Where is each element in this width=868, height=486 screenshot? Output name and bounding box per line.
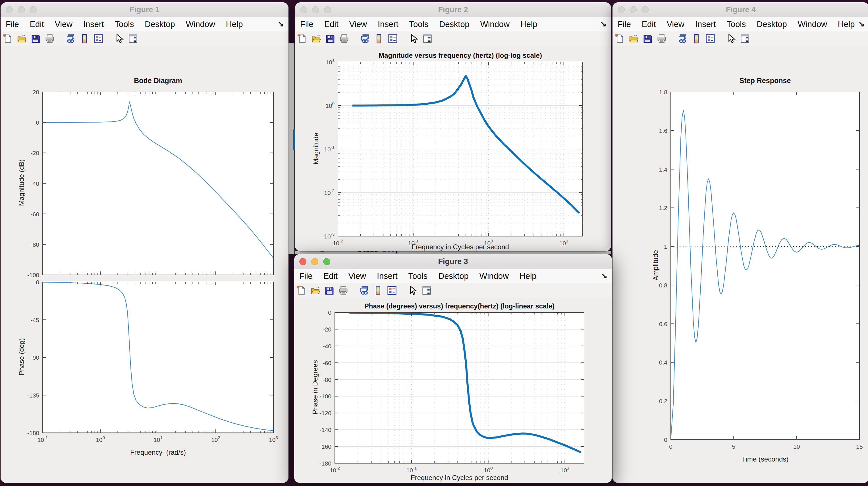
open-file-icon[interactable] <box>311 34 321 44</box>
minimize-button[interactable] <box>311 258 318 265</box>
edit-plot-pointer-icon[interactable] <box>114 34 124 44</box>
menu-item-tools[interactable]: Tools <box>727 20 746 29</box>
svg-text:10-2: 10-2 <box>330 465 340 474</box>
minimize-button[interactable] <box>312 6 319 13</box>
menu-item-window[interactable]: Window <box>186 20 215 29</box>
menu-item-desktop[interactable]: Desktop <box>145 20 175 29</box>
edit-plot-pointer-icon[interactable] <box>408 34 418 44</box>
print-figure-icon[interactable] <box>339 34 349 44</box>
zoom-button[interactable] <box>642 6 649 13</box>
menu-item-file[interactable]: File <box>6 20 19 29</box>
zoom-button[interactable] <box>324 6 331 13</box>
property-editor-icon[interactable] <box>740 34 750 44</box>
x-axis-label: Frequency in Cycles per second <box>335 474 584 482</box>
menu-item-window[interactable]: Window <box>798 20 827 29</box>
menu-item-tools[interactable]: Tools <box>115 20 134 29</box>
new-figure-icon[interactable] <box>297 34 308 44</box>
open-file-icon[interactable] <box>629 34 639 44</box>
new-figure-icon[interactable] <box>3 34 13 44</box>
svg-text:15: 15 <box>856 443 863 450</box>
menu-item-insert[interactable]: Insert <box>695 20 716 29</box>
step-response-plot: 05101500.20.40.60.811.21.41.61.8 <box>613 46 868 483</box>
menu-item-insert[interactable]: Insert <box>83 20 104 29</box>
insert-colorbar-icon[interactable] <box>374 34 384 44</box>
menu-item-tools[interactable]: Tools <box>408 271 428 281</box>
minimize-button[interactable] <box>629 6 637 13</box>
menu-overflow-icon[interactable]: ↘ <box>278 20 284 28</box>
insert-colorbar-icon[interactable] <box>691 34 702 44</box>
save-figure-icon[interactable] <box>324 285 335 296</box>
menu-item-view[interactable]: View <box>55 20 72 29</box>
svg-text:102: 102 <box>211 435 220 443</box>
menu-overflow-icon[interactable]: ↘ <box>858 20 865 28</box>
save-figure-icon[interactable] <box>643 34 653 44</box>
menu-item-file[interactable]: File <box>618 20 631 29</box>
menu-item-edit[interactable]: Edit <box>324 20 339 29</box>
svg-text:100: 100 <box>484 465 493 474</box>
menu-item-help[interactable]: Help <box>520 20 537 29</box>
insert-legend-icon[interactable] <box>93 34 103 44</box>
insert-legend-icon[interactable] <box>387 285 397 296</box>
menu-item-desktop[interactable]: Desktop <box>438 271 468 281</box>
menu-overflow-icon[interactable]: ↘ <box>600 20 607 28</box>
zoom-button[interactable] <box>323 258 330 265</box>
link-plot-icon[interactable] <box>359 285 369 296</box>
property-editor-icon[interactable] <box>422 34 433 44</box>
menu-item-insert[interactable]: Insert <box>377 271 398 281</box>
save-figure-icon[interactable] <box>325 34 335 44</box>
titlebar[interactable]: Figure 3 <box>294 254 612 269</box>
figure4-window: Figure 4 FileEditViewInsertToolsDesktopW… <box>613 2 868 483</box>
menu-item-view[interactable]: View <box>667 20 684 29</box>
menu-item-file[interactable]: File <box>299 271 313 281</box>
titlebar[interactable]: Figure 4 <box>613 2 868 17</box>
minimize-button[interactable] <box>18 6 25 13</box>
titlebar[interactable]: Figure 1 <box>1 2 288 17</box>
edit-plot-pointer-icon[interactable] <box>726 34 736 44</box>
menu-item-help[interactable]: Help <box>226 20 243 29</box>
insert-legend-icon[interactable] <box>388 34 398 44</box>
titlebar[interactable]: Figure 2 <box>295 2 611 17</box>
menu-item-view[interactable]: View <box>348 271 366 281</box>
new-figure-icon[interactable] <box>615 34 625 44</box>
menu-overflow-icon[interactable]: ↘ <box>601 271 608 280</box>
link-plot-icon[interactable] <box>360 34 370 44</box>
menu-bar: FileEditViewInsertToolsDesktopWindowHelp… <box>294 269 612 283</box>
insert-legend-icon[interactable] <box>705 34 715 44</box>
close-button[interactable] <box>299 258 306 265</box>
link-plot-icon[interactable] <box>677 34 687 44</box>
link-plot-icon[interactable] <box>65 34 75 44</box>
menu-item-view[interactable]: View <box>349 20 367 29</box>
menu-item-edit[interactable]: Edit <box>323 271 338 281</box>
menu-item-help[interactable]: Help <box>520 271 536 281</box>
menu-item-window[interactable]: Window <box>479 271 509 281</box>
print-figure-icon[interactable] <box>338 285 348 296</box>
menu-item-file[interactable]: File <box>300 20 313 29</box>
svg-text:0: 0 <box>664 436 668 443</box>
menu-item-tools[interactable]: Tools <box>409 20 429 29</box>
property-editor-icon[interactable] <box>422 285 432 296</box>
svg-text:1.4: 1.4 <box>659 166 668 173</box>
print-figure-icon[interactable] <box>44 34 55 44</box>
property-editor-icon[interactable] <box>128 34 138 44</box>
close-button[interactable] <box>618 6 625 13</box>
figure-toolbar <box>1 31 288 47</box>
open-file-icon[interactable] <box>17 34 27 44</box>
close-button[interactable] <box>6 6 13 13</box>
menu-item-edit[interactable]: Edit <box>642 20 656 29</box>
menu-item-insert[interactable]: Insert <box>378 20 399 29</box>
zoom-button[interactable] <box>30 6 37 13</box>
new-figure-icon[interactable] <box>297 285 307 296</box>
menu-item-desktop[interactable]: Desktop <box>439 20 469 29</box>
save-figure-icon[interactable] <box>31 34 41 44</box>
open-file-icon[interactable] <box>310 285 320 296</box>
menu-item-help[interactable]: Help <box>838 20 855 29</box>
svg-text:-80: -80 <box>323 376 332 383</box>
insert-colorbar-icon[interactable] <box>79 34 90 44</box>
menu-item-window[interactable]: Window <box>480 20 509 29</box>
edit-plot-pointer-icon[interactable] <box>408 285 418 296</box>
menu-item-edit[interactable]: Edit <box>30 20 44 29</box>
menu-item-desktop[interactable]: Desktop <box>756 20 787 29</box>
close-button[interactable] <box>300 6 307 13</box>
insert-colorbar-icon[interactable] <box>373 285 383 296</box>
print-figure-icon[interactable] <box>656 34 667 44</box>
